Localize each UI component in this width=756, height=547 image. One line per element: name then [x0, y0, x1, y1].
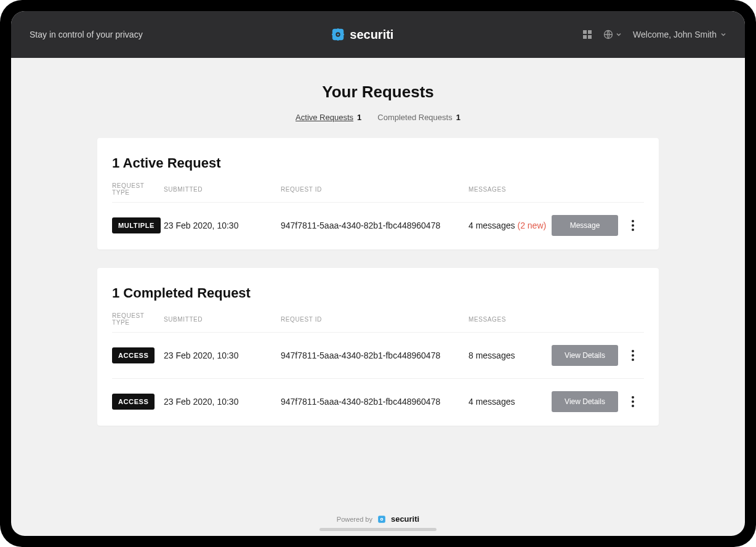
svg-rect-3: [337, 28, 339, 30]
powered-by-text: Powered by: [337, 516, 372, 523]
col-submitted: SUBMITTED: [164, 316, 281, 323]
tab-active-requests[interactable]: Active Requests 1: [296, 113, 361, 122]
footer-brand: securiti: [391, 514, 419, 524]
col-submitted: SUBMITTED: [164, 186, 281, 193]
welcome-text: Welcome, John Smith: [633, 30, 717, 39]
svg-point-14: [381, 519, 382, 520]
request-type-badge: ACCESS: [112, 394, 155, 410]
col-type: REQUEST TYPE: [112, 312, 164, 326]
col-type: REQUEST TYPE: [112, 182, 164, 196]
submitted-date: 23 Feb 2020, 10:30: [164, 221, 281, 230]
tab-label: Completed Requests: [377, 113, 452, 122]
more-menu[interactable]: [632, 350, 634, 361]
topbar: Stay in control of your privacy: [11, 11, 745, 58]
dashboard-icon[interactable]: [582, 30, 592, 39]
svg-rect-7: [583, 30, 587, 34]
table-row: ACCESS 23 Feb 2020, 10:30 947f7811-5aaa-…: [112, 333, 644, 379]
messages-text: 4 messages: [468, 221, 515, 230]
globe-icon: [603, 30, 613, 39]
request-id: 947f7811-5aaa-4340-82b1-fbc448960478: [281, 350, 468, 360]
tab-count: 1: [357, 113, 361, 122]
view-details-button[interactable]: View Details: [552, 391, 618, 412]
footer: Powered by securiti: [337, 507, 419, 524]
tab-count: 1: [456, 113, 460, 122]
table-row: ACCESS 23 Feb 2020, 10:30 947f7811-5aaa-…: [112, 379, 644, 412]
brand-name: securiti: [350, 28, 393, 42]
col-request-id: REQUEST ID: [281, 186, 468, 193]
brand-icon: [331, 28, 345, 41]
table-header: REQUEST TYPE SUBMITTED REQUEST ID MESSAG…: [112, 312, 644, 333]
completed-requests-card: 1 Completed Request REQUEST TYPE SUBMITT…: [97, 268, 659, 426]
user-menu[interactable]: Welcome, John Smith: [633, 30, 726, 39]
message-button[interactable]: Message: [552, 215, 618, 236]
svg-rect-4: [337, 39, 339, 41]
chevron-down-icon: [616, 31, 622, 38]
request-id: 947f7811-5aaa-4340-82b1-fbc448960478: [281, 397, 468, 407]
section-title: 1 Completed Request: [112, 285, 644, 301]
messages-count: 8 messages: [468, 350, 552, 360]
messages-new: (2 new): [517, 221, 546, 230]
submitted-date: 23 Feb 2020, 10:30: [164, 397, 281, 407]
request-type-badge: ACCESS: [112, 347, 155, 363]
svg-rect-8: [588, 30, 592, 34]
col-messages: MESSAGES: [468, 316, 552, 323]
brand-icon: [377, 515, 386, 524]
active-requests-card: 1 Active Request REQUEST TYPE SUBMITTED …: [97, 138, 659, 249]
request-id: 947f7811-5aaa-4340-82b1-fbc448960478: [281, 221, 468, 230]
tagline: Stay in control of your privacy: [30, 30, 143, 39]
col-messages: MESSAGES: [468, 186, 552, 193]
home-indicator: [320, 528, 436, 531]
more-menu[interactable]: [632, 396, 634, 407]
svg-rect-6: [342, 34, 344, 35]
svg-point-2: [337, 33, 339, 35]
col-request-id: REQUEST ID: [281, 316, 468, 323]
messages-count: 4 messages: [468, 397, 552, 407]
brand-logo: securiti: [331, 28, 393, 42]
request-tabs: Active Requests 1 Completed Requests 1: [296, 113, 460, 122]
more-menu[interactable]: [632, 220, 634, 231]
svg-rect-5: [332, 34, 334, 35]
view-details-button[interactable]: View Details: [552, 345, 618, 366]
section-title: 1 Active Request: [112, 155, 644, 171]
svg-rect-10: [588, 35, 592, 39]
svg-rect-9: [583, 35, 587, 39]
table-header: REQUEST TYPE SUBMITTED REQUEST ID MESSAG…: [112, 182, 644, 203]
table-row: MULTIPLE 23 Feb 2020, 10:30 947f7811-5aa…: [112, 203, 644, 236]
language-selector[interactable]: [603, 30, 622, 39]
tab-completed-requests[interactable]: Completed Requests 1: [377, 113, 460, 122]
page-title: Your Requests: [322, 83, 434, 102]
content-area: Your Requests Active Requests 1 Complete…: [11, 58, 745, 536]
tab-label: Active Requests: [296, 113, 353, 122]
chevron-down-icon: [720, 31, 726, 38]
request-type-badge: MULTIPLE: [112, 217, 161, 233]
submitted-date: 23 Feb 2020, 10:30: [164, 350, 281, 360]
messages-count: 4 messages(2 new): [468, 221, 552, 230]
